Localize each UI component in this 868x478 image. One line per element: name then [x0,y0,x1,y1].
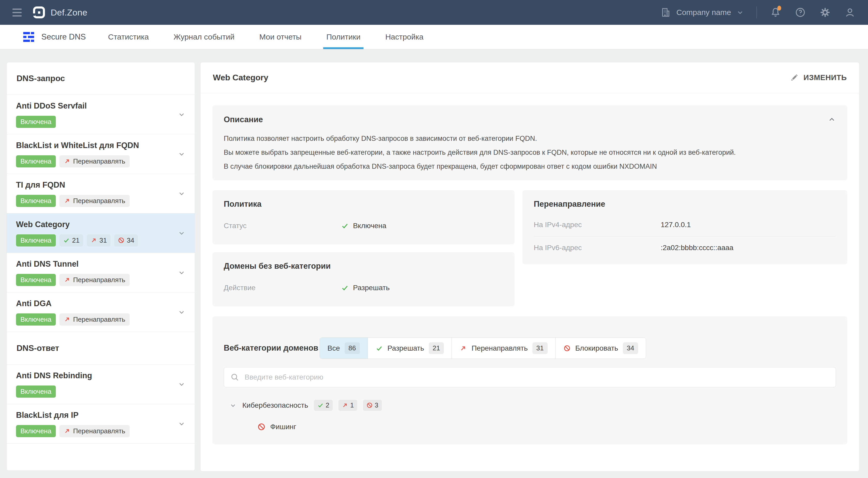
tab-statistics[interactable]: Статистика [105,25,152,49]
description-paragraph: Вы можете выбрать запрещенные веб-катего… [224,149,836,156]
uncategorized-card-title: Домены без веб-категории [224,262,331,271]
filter-redirect-count: 31 [532,342,548,354]
product-brand: Secure DNS [23,25,86,49]
status-badge: Включена [16,234,56,246]
edit-button[interactable]: ИЗМЕНИТЬ [789,73,847,83]
ipv6-value: :2a02:bbbb:cccc::aaaa [660,244,734,252]
sidebar-item-web-category[interactable]: Web Category Включена 21 31 34 [7,213,195,253]
redirect-arrow-icon [64,316,70,323]
chevron-down-icon[interactable] [178,420,185,428]
status-badge: Включена [16,116,56,128]
chevron-down-icon[interactable] [178,190,185,198]
policy-sidebar: DNS-запрос Anti DDoS Servfail Включена B… [6,62,195,471]
sidebar-item-blacklist-whitelist-fqdn[interactable]: BlackList и WhiteList для FQDN Включена … [7,135,195,174]
product-name: Secure DNS [41,32,86,41]
sidebar-item-blacklist-ip[interactable]: BlackList для IP Включена Перенаправлять [7,404,195,444]
block-icon [563,345,571,352]
section-dns-request: DNS-запрос [7,62,195,95]
menu-icon[interactable] [12,8,22,17]
description-paragraph: Политика позволяет настроить обработку D… [224,135,836,142]
filter-all[interactable]: Все 86 [320,338,368,359]
category-filter: Все 86 Разрешать 21 Перенаправлять 31 [319,337,646,359]
description-title: Описание [224,115,263,124]
allow-count-badge: 2 [314,400,333,411]
block-icon [366,402,373,409]
tab-settings[interactable]: Настройка [382,25,427,49]
search-input[interactable] [245,373,830,381]
sidebar-item-ti-fqdn[interactable]: TI для FQDN Включена Перенаправлять [7,174,195,213]
tab-event-log[interactable]: Журнал событий [170,25,238,49]
redirect-arrow-icon [64,276,70,283]
chevron-down-icon[interactable] [178,380,185,388]
action-badge: Перенаправлять [59,313,130,326]
category-child-name: Фишинг [270,423,296,431]
category-child-row[interactable]: Фишинг [224,423,836,431]
redirect-count-badge: 31 [87,234,111,246]
collapse-chevron-up-icon[interactable] [828,116,836,124]
chevron-down-icon[interactable] [178,269,185,276]
redirect-count-badge: 1 [338,400,357,411]
help-icon[interactable] [794,6,807,19]
sidebar-item-anti-ddos-servfail[interactable]: Anti DDoS Servfail Включена [7,95,195,135]
category-group-row[interactable]: Кибербезопасность 2 1 3 [224,400,836,411]
chevron-down-icon[interactable] [229,402,237,409]
policy-card-title: Политика [224,200,261,209]
description-paragraph: В случае блокировки дальнейшая обработка… [224,163,836,170]
redirect-arrow-icon [64,428,70,434]
redirect-card-title: Перенаправление [534,200,605,209]
filter-block-count: 34 [623,342,638,354]
pencil-icon [789,73,799,83]
defzone-logo-icon [33,6,45,18]
action-badge: Перенаправлять [59,195,130,207]
status-badge: Включена [16,313,56,326]
ipv4-value: 127.0.0.1 [660,221,691,229]
redirect-arrow-icon [342,402,348,409]
filter-allow-count: 21 [429,342,444,354]
topbar: Def.Zone Company name [0,0,868,25]
ipv6-label: На IPv6-адрес [534,244,660,252]
status-value: Включена [341,222,386,230]
action-value: Разрешать [341,284,390,292]
app-screen: Def.Zone Company name [0,0,868,472]
chevron-down-icon[interactable] [178,308,185,316]
tab-bar: Статистика Журнал событий Мои отчеты Пол… [105,25,445,49]
redirect-arrow-icon [64,158,70,165]
action-badge: Перенаправлять [59,425,130,437]
status-badge: Включена [16,155,56,168]
sidebar-item-anti-dns-rebinding[interactable]: Anti DNS Rebinding Включена [7,365,195,404]
chevron-down-icon[interactable] [178,111,185,118]
category-search [224,367,836,387]
status-badge: Включена [16,195,56,207]
filter-redirect[interactable]: Перенаправлять 31 [452,338,555,359]
filter-all-count: 86 [345,342,360,354]
allow-count-badge: 21 [59,234,83,246]
filter-allow[interactable]: Разрешать 21 [368,338,452,359]
section-dns-response: DNS-ответ [7,332,195,365]
tab-policies[interactable]: Политики [323,25,364,49]
status-badge: Включена [16,274,56,286]
web-categories-title: Веб-категории доменов [224,343,318,352]
chevron-down-icon[interactable] [178,150,185,158]
chevron-down-icon[interactable] [178,229,185,237]
sidebar-item-anti-dns-tunnel[interactable]: Anti DNS Tunnel Включена Перенаправлять [7,253,195,293]
sidebar-item-anti-dga[interactable]: Anti DGA Включена Перенаправлять [7,293,195,332]
notifications-bell-icon[interactable] [769,6,782,19]
category-group-name: Кибербезопасность [242,401,308,410]
action-badge: Перенаправлять [59,155,130,168]
redirect-arrow-icon [64,198,70,204]
settings-gear-icon[interactable] [819,6,831,19]
check-icon [341,222,349,230]
action-label: Действие [224,284,341,292]
block-icon [257,423,266,431]
company-selector[interactable]: Company name [660,7,744,18]
ipv4-label: На IPv4-адрес [534,221,660,229]
filter-block[interactable]: Блокировать 34 [556,338,646,359]
sidebar-partial-row [7,444,195,451]
web-categories-card: Веб-категории доменов Все 86 Разрешать 2… [212,316,847,444]
search-icon [230,372,240,382]
profile-icon[interactable] [844,6,856,19]
tab-my-reports[interactable]: Мои отчеты [256,25,305,49]
check-icon [376,345,383,352]
check-icon [63,237,70,244]
policy-detail-panel: Web Category ИЗМЕНИТЬ [200,62,860,472]
